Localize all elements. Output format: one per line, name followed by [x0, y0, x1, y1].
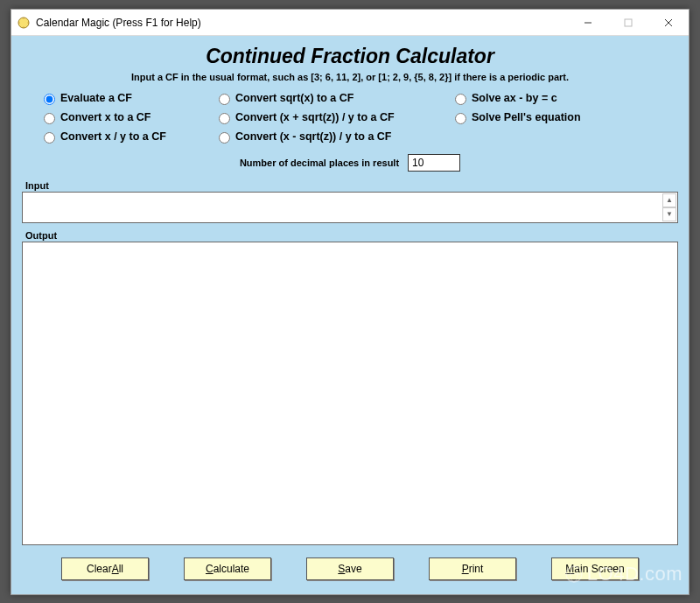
minimize-button[interactable]	[568, 10, 608, 36]
radio-convert-sqrtx[interactable]: Convert sqrt(x) to a CF	[214, 91, 451, 105]
radio-convert-x[interactable]: Convert x to a CF	[39, 110, 214, 124]
save-button[interactable]: Save	[306, 557, 394, 580]
titlebar: Calendar Magic (Press F1 for Help)	[11, 10, 689, 36]
decimal-places-input[interactable]	[408, 154, 460, 172]
output-field[interactable]	[22, 242, 678, 545]
radio-label: Convert (x - sqrt(z)) / y to a CF	[235, 130, 391, 143]
instructions-text: Input a CF in the usual format, such as …	[22, 72, 678, 82]
radio-solve-pell-input[interactable]	[455, 113, 466, 124]
radio-convert-x-plus-sqrtz-input[interactable]	[219, 113, 230, 124]
radio-solve-ax-by-input[interactable]	[455, 94, 466, 105]
input-label: Input	[25, 180, 678, 191]
decimal-places-row: Number of decimal places in result	[22, 154, 678, 172]
radio-label: Convert (x + sqrt(z)) / y to a CF	[235, 111, 395, 123]
radio-group: Evaluate a CF Convert sqrt(x) to a CF So…	[39, 91, 661, 144]
radio-label: Convert x to a CF	[60, 111, 151, 123]
app-icon	[17, 16, 31, 30]
input-spinner: ▲ ▼	[662, 193, 676, 221]
radio-convert-x-input[interactable]	[44, 113, 55, 124]
decimal-places-label: Number of decimal places in result	[240, 158, 399, 168]
chevron-down-icon: ▼	[666, 211, 673, 218]
input-field[interactable]	[22, 192, 678, 223]
spinner-up-button[interactable]: ▲	[662, 193, 676, 207]
calculate-button[interactable]: Calculate	[184, 557, 271, 580]
clear-all-button[interactable]: Clear All	[61, 557, 149, 580]
page-title: Continued Fraction Calculator	[22, 45, 678, 68]
radio-convert-x-over-y[interactable]: Convert x / y to a CF	[39, 130, 214, 144]
svg-rect-2	[625, 19, 632, 26]
button-row: Clear All Calculate Save Print Main Scre…	[22, 557, 678, 584]
radio-convert-x-over-y-input[interactable]	[44, 132, 55, 144]
maximize-button[interactable]	[608, 10, 648, 36]
input-field-wrap: ▲ ▼	[22, 192, 678, 223]
radio-solve-pell[interactable]: Solve Pell's equation	[451, 110, 626, 124]
main-screen-button[interactable]: Main Screen	[551, 557, 639, 580]
radio-solve-ax-by[interactable]: Solve ax - by = c	[451, 91, 626, 105]
radio-label: Solve ax - by = c	[472, 92, 557, 104]
radio-label: Convert x / y to a CF	[60, 130, 166, 143]
radio-label: Solve Pell's equation	[472, 111, 581, 123]
svg-point-0	[18, 18, 29, 28]
chevron-up-icon: ▲	[666, 197, 673, 204]
radio-evaluate-cf[interactable]: Evaluate a CF	[39, 91, 214, 105]
radio-convert-sqrtx-input[interactable]	[219, 94, 230, 105]
radio-evaluate-cf-input[interactable]	[44, 94, 55, 105]
print-button[interactable]: Print	[429, 557, 516, 580]
titlebar-text: Calendar Magic (Press F1 for Help)	[36, 17, 568, 29]
close-button[interactable]	[648, 10, 689, 36]
radio-convert-x-minus-sqrtz[interactable]: Convert (x - sqrt(z)) / y to a CF	[214, 130, 451, 144]
radio-label: Evaluate a CF	[60, 92, 132, 104]
radio-convert-x-minus-sqrtz-input[interactable]	[219, 132, 230, 144]
client-area: Continued Fraction Calculator Input a CF…	[11, 36, 689, 594]
radio-convert-x-plus-sqrtz[interactable]: Convert (x + sqrt(z)) / y to a CF	[214, 110, 451, 124]
radio-label: Convert sqrt(x) to a CF	[235, 92, 354, 104]
app-window: Calendar Magic (Press F1 for Help) Conti…	[10, 9, 690, 595]
output-label: Output	[25, 230, 678, 241]
spinner-down-button[interactable]: ▼	[662, 207, 676, 221]
